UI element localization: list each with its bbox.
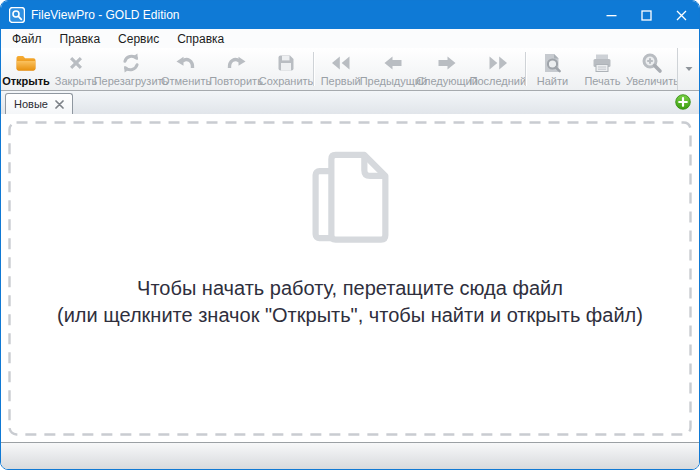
zoom-in-icon [640, 50, 664, 75]
toolbar-button-first[interactable]: Первый [316, 48, 366, 90]
drop-hint-line2: (или щелкните значок "Открыть", чтобы на… [57, 302, 643, 329]
plus-icon [675, 94, 691, 110]
new-tab-button[interactable] [675, 94, 691, 110]
close-button[interactable] [664, 1, 699, 29]
toolbar-button-reload[interactable]: Перезагрузить [101, 48, 161, 90]
maximize-button[interactable] [629, 1, 664, 29]
toolbar-button-redo[interactable]: Повторить [211, 48, 261, 90]
toolbar-button-label: Последний [469, 75, 526, 87]
menu-item-service[interactable]: Сервис [109, 30, 168, 48]
menu-item-file[interactable]: Файл [3, 30, 51, 48]
toolbar-button-label: Найти [537, 75, 568, 87]
maximize-icon [641, 10, 652, 21]
redo-icon [224, 50, 248, 75]
status-bar [1, 442, 699, 469]
toolbar-button-label: Увеличить [626, 75, 679, 87]
menu-item-edit[interactable]: Правка [51, 30, 110, 48]
toolbar-button-label: Первый [321, 75, 361, 87]
last-icon [486, 50, 510, 75]
document-area: Чтобы начать работу, перетащите сюда фай… [1, 114, 699, 442]
toolbar-button-save[interactable]: Сохранить [261, 48, 311, 90]
toolbar-button-label: Перезагрузить [94, 75, 169, 87]
toolbar-button-label: Сохранить [259, 75, 314, 87]
documents-icon [307, 149, 393, 245]
drop-hint-line1: Чтобы начать работу, перетащите сюда фай… [57, 275, 643, 302]
next-icon [435, 50, 459, 75]
first-icon [329, 50, 353, 75]
toolbar-separator [525, 52, 526, 86]
toolbar-button-label: Открыть [2, 75, 50, 87]
title-bar[interactable]: FileViewPro - GOLD Edition [1, 1, 699, 29]
toolbar-button-label: Закрыть [55, 75, 97, 87]
chevron-down-icon [684, 65, 694, 73]
close-x-icon [64, 50, 88, 75]
app-logo-icon [9, 7, 25, 23]
window-title: FileViewPro - GOLD Edition [31, 8, 594, 22]
toolbar-button-find[interactable]: Найти [527, 48, 577, 90]
tab-label: Новые [14, 98, 48, 110]
previous-icon [381, 50, 405, 75]
tab-new-files[interactable]: Новые [5, 93, 73, 114]
toolbar-button-print[interactable]: Печать [577, 48, 627, 90]
refresh-icon [119, 50, 143, 75]
toolbar: Открыть Закрыть Перезагрузить [1, 48, 699, 91]
menu-item-help[interactable]: Справка [168, 30, 233, 48]
menu-bar: Файл Правка Сервис Справка [1, 29, 699, 48]
toolbar-button-zoom[interactable]: Увеличить [627, 48, 677, 90]
close-icon [676, 10, 687, 21]
undo-icon [174, 50, 198, 75]
minimize-button[interactable] [594, 1, 629, 29]
app-window: FileViewPro - GOLD Edition Файл Правка [0, 0, 700, 470]
toolbar-overflow-button[interactable] [677, 48, 699, 90]
toolbar-separator [313, 52, 314, 86]
folder-open-icon [14, 50, 38, 75]
close-icon [55, 100, 64, 109]
find-icon [540, 50, 564, 75]
file-drop-zone[interactable]: Чтобы начать работу, перетащите сюда фай… [8, 121, 692, 436]
toolbar-button-label: Отменить [161, 75, 211, 87]
save-icon [274, 50, 298, 75]
toolbar-button-last[interactable]: Последний [473, 48, 523, 90]
print-icon [590, 50, 614, 75]
minimize-icon [606, 10, 617, 21]
toolbar-button-label: Печать [584, 75, 620, 87]
toolbar-button-undo[interactable]: Отменить [161, 48, 211, 90]
toolbar-button-label: Повторить [209, 75, 263, 87]
toolbar-button-open[interactable]: Открыть [1, 48, 51, 90]
toolbar-button-previous[interactable]: Предыдущий [366, 48, 421, 90]
toolbar-button-next[interactable]: Следующий [421, 48, 473, 90]
tab-bar: Новые [1, 91, 699, 114]
tab-close-button[interactable] [55, 100, 64, 109]
